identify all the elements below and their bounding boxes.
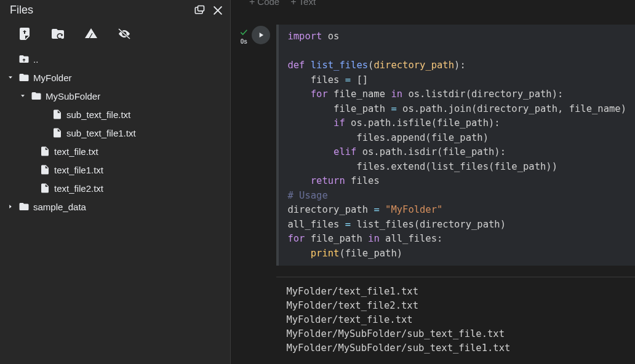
code-token: for [311,89,328,100]
code-token: = [391,103,396,114]
code-token: elif [333,146,356,157]
notebook-body: 0s import os def list_files(directory_pa… [231,12,635,364]
files-panel-title: Files [10,4,33,17]
chevron-right-icon[interactable] [6,202,15,211]
code-token [287,117,333,129]
chevron-down-icon[interactable] [18,92,27,100]
code-token: ): [454,60,466,71]
code-token: directory_path [287,204,373,215]
output-line: MyFolder/text_file1.txt [286,286,418,297]
code-token [287,248,310,259]
code-token: for [287,233,305,244]
file-tree: .. MyFolder MySubFolder sub_text_file.tx… [0,50,230,216]
files-panel: Files .. [0,0,231,364]
code-token: os.path.join(directory_path, file_name) [397,103,626,114]
notebook-area: +Code +Text 0s import os def list_files(… [231,0,635,364]
mount-drive-icon[interactable] [84,26,98,41]
tree-myfolder[interactable]: MyFolder [2,68,225,87]
code-token: files [345,175,380,186]
toggle-hidden-icon[interactable] [117,26,132,41]
tree-file-txt2[interactable]: text_file2.txt [2,179,225,197]
file-icon [39,146,50,157]
tree-file-txt1[interactable]: text_file1.txt [2,160,225,179]
code-token: file_path [287,103,391,114]
code-token: directory_path [373,60,454,71]
code-token: all_files [287,219,345,230]
upload-file-icon[interactable] [17,26,32,41]
svg-rect-1 [198,6,204,10]
output-line: MyFolder/text_file.txt [286,314,412,325]
run-button[interactable] [252,26,270,44]
code-token: # Usage [287,190,327,201]
tree-up-label: .. [33,54,38,65]
output-line: MyFolder/MySubFolder/sub_text_file1.txt [286,342,510,354]
tree-file-label: sub_text_file1.txt [66,128,136,138]
check-icon [239,27,249,37]
code-token: files [287,74,345,85]
code-token: return [311,175,345,186]
tree-up[interactable]: .. [2,50,225,68]
code-token: file_path [305,233,368,244]
tree-file-subtxt0[interactable]: sub_text_file.txt [2,105,225,124]
folder-icon [18,201,30,212]
code-token: os.path.isdir(file_path): [356,146,506,157]
tree-file-subtxt1[interactable]: sub_text_file1.txt [2,124,225,142]
files-toolbar [0,20,230,50]
popout-icon[interactable] [193,4,206,17]
tree-file-txt0[interactable]: text_file.txt [2,142,225,160]
code-token: os.listdir(directory_path): [402,89,563,100]
output-line: MyFolder/text_file2.txt [286,300,418,311]
code-editor[interactable]: import os def list_files(directory_path)… [276,25,635,266]
file-icon [39,164,50,175]
notebook-toolbar: +Code +Text [231,0,635,12]
add-code-label: Code [257,0,279,7]
tree-file-label: text_file2.txt [54,183,103,194]
add-text-label: Text [299,0,316,7]
code-token: list_files(directory_path) [351,219,506,230]
folder-icon [18,72,30,83]
file-icon [39,183,50,194]
output-line: MyFolder/MySubFolder/sub_text_file.txt [286,328,505,339]
code-token: print [311,248,340,259]
tree-mysubfolder-label: MySubFolder [46,91,100,101]
code-token: if [333,117,345,129]
code-token: ( [368,60,373,71]
code-row: import os def list_files(directory_path)… [252,25,635,266]
file-icon [52,109,63,120]
code-token: = [345,74,351,85]
add-text-button[interactable]: +Text [290,0,316,7]
code-token: = [345,219,351,230]
files-header: Files [0,0,230,20]
code-token: (file_path) [339,248,402,259]
code-token: files.extend(list_files(file_path)) [287,161,557,172]
folder-up-icon [18,53,30,65]
code-token: in [368,233,380,244]
code-token: files.append(file_path) [287,132,489,143]
cell-gutter: 0s [236,25,252,45]
code-token: def [287,60,305,71]
code-token: file_name [328,89,391,100]
code-token: = [373,204,379,215]
files-header-icons [193,4,224,17]
code-token [287,175,310,186]
tree-file-label: text_file.txt [54,146,98,157]
tree-sample-data[interactable]: sample_data [2,197,225,216]
code-token: import [287,31,322,42]
code-token [287,146,333,157]
refresh-folder-icon[interactable] [50,26,65,41]
chevron-down-icon[interactable] [6,73,15,82]
add-code-button[interactable]: +Code [249,0,279,7]
close-icon[interactable] [212,4,224,17]
cell-main: import os def list_files(directory_path)… [252,25,635,355]
code-cell: 0s import os def list_files(directory_pa… [236,25,635,355]
tree-myfolder-label: MyFolder [33,73,72,83]
code-token: os.path.isfile(file_path): [345,117,500,129]
tree-mysubfolder[interactable]: MySubFolder [2,87,225,105]
tree-sample-label: sample_data [33,202,86,212]
exec-time: 0s [241,38,247,45]
tree-file-label: text_file1.txt [54,165,103,175]
code-token: os [322,31,339,42]
cell-output: MyFolder/text_file1.txt MyFolder/text_fi… [276,277,635,355]
code-token: list_files [305,60,368,71]
code-token [287,89,310,100]
